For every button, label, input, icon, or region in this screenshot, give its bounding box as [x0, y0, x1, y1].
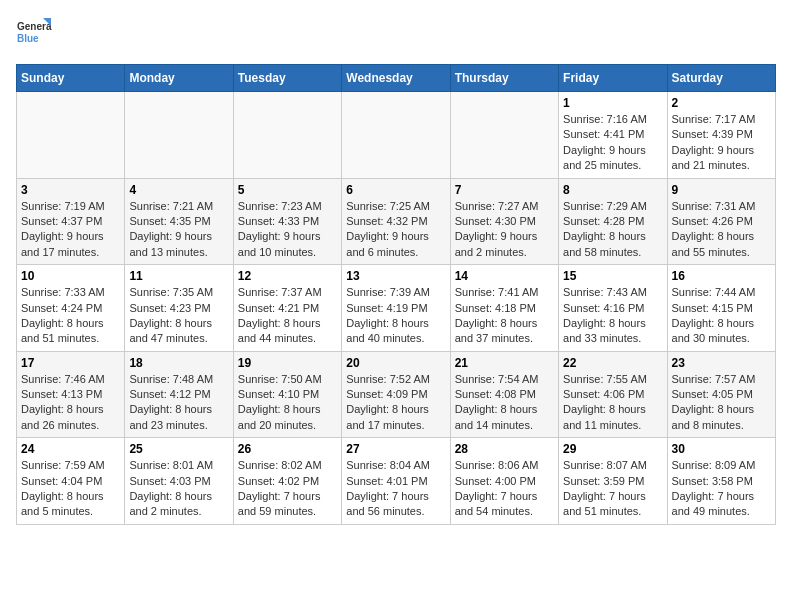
calendar-day-cell: 1Sunrise: 7:16 AM Sunset: 4:41 PM Daylig… — [559, 92, 667, 179]
calendar-day-cell: 26Sunrise: 8:02 AM Sunset: 4:02 PM Dayli… — [233, 438, 341, 525]
day-number: 20 — [346, 356, 445, 370]
weekday-header: Saturday — [667, 65, 775, 92]
day-number: 19 — [238, 356, 337, 370]
calendar-day-cell: 19Sunrise: 7:50 AM Sunset: 4:10 PM Dayli… — [233, 351, 341, 438]
day-number: 3 — [21, 183, 120, 197]
day-number: 25 — [129, 442, 228, 456]
day-number: 2 — [672, 96, 771, 110]
calendar-day-cell: 28Sunrise: 8:06 AM Sunset: 4:00 PM Dayli… — [450, 438, 558, 525]
calendar-day-cell: 18Sunrise: 7:48 AM Sunset: 4:12 PM Dayli… — [125, 351, 233, 438]
calendar-day-cell — [17, 92, 125, 179]
calendar-day-cell: 9Sunrise: 7:31 AM Sunset: 4:26 PM Daylig… — [667, 178, 775, 265]
day-number: 27 — [346, 442, 445, 456]
calendar-day-cell: 20Sunrise: 7:52 AM Sunset: 4:09 PM Dayli… — [342, 351, 450, 438]
day-number: 24 — [21, 442, 120, 456]
calendar-week-row: 3Sunrise: 7:19 AM Sunset: 4:37 PM Daylig… — [17, 178, 776, 265]
calendar-day-cell: 24Sunrise: 7:59 AM Sunset: 4:04 PM Dayli… — [17, 438, 125, 525]
calendar-day-cell: 27Sunrise: 8:04 AM Sunset: 4:01 PM Dayli… — [342, 438, 450, 525]
calendar-week-row: 1Sunrise: 7:16 AM Sunset: 4:41 PM Daylig… — [17, 92, 776, 179]
day-info: Sunrise: 8:09 AM Sunset: 3:58 PM Dayligh… — [672, 458, 771, 520]
day-info: Sunrise: 7:52 AM Sunset: 4:09 PM Dayligh… — [346, 372, 445, 434]
calendar-day-cell: 6Sunrise: 7:25 AM Sunset: 4:32 PM Daylig… — [342, 178, 450, 265]
day-number: 7 — [455, 183, 554, 197]
weekday-header: Monday — [125, 65, 233, 92]
day-info: Sunrise: 7:46 AM Sunset: 4:13 PM Dayligh… — [21, 372, 120, 434]
day-info: Sunrise: 8:01 AM Sunset: 4:03 PM Dayligh… — [129, 458, 228, 520]
calendar-day-cell: 25Sunrise: 8:01 AM Sunset: 4:03 PM Dayli… — [125, 438, 233, 525]
calendar-day-cell: 7Sunrise: 7:27 AM Sunset: 4:30 PM Daylig… — [450, 178, 558, 265]
day-info: Sunrise: 8:04 AM Sunset: 4:01 PM Dayligh… — [346, 458, 445, 520]
day-info: Sunrise: 7:23 AM Sunset: 4:33 PM Dayligh… — [238, 199, 337, 261]
day-info: Sunrise: 7:35 AM Sunset: 4:23 PM Dayligh… — [129, 285, 228, 347]
calendar-day-cell: 10Sunrise: 7:33 AM Sunset: 4:24 PM Dayli… — [17, 265, 125, 352]
svg-text:General: General — [17, 21, 52, 32]
calendar-day-cell: 29Sunrise: 8:07 AM Sunset: 3:59 PM Dayli… — [559, 438, 667, 525]
day-number: 29 — [563, 442, 662, 456]
svg-text:Blue: Blue — [17, 33, 39, 44]
calendar-day-cell: 16Sunrise: 7:44 AM Sunset: 4:15 PM Dayli… — [667, 265, 775, 352]
day-info: Sunrise: 7:29 AM Sunset: 4:28 PM Dayligh… — [563, 199, 662, 261]
day-number: 13 — [346, 269, 445, 283]
calendar-body: 1Sunrise: 7:16 AM Sunset: 4:41 PM Daylig… — [17, 92, 776, 525]
day-info: Sunrise: 7:37 AM Sunset: 4:21 PM Dayligh… — [238, 285, 337, 347]
day-number: 1 — [563, 96, 662, 110]
day-info: Sunrise: 7:50 AM Sunset: 4:10 PM Dayligh… — [238, 372, 337, 434]
weekday-header-row: SundayMondayTuesdayWednesdayThursdayFrid… — [17, 65, 776, 92]
day-info: Sunrise: 7:27 AM Sunset: 4:30 PM Dayligh… — [455, 199, 554, 261]
calendar-day-cell: 11Sunrise: 7:35 AM Sunset: 4:23 PM Dayli… — [125, 265, 233, 352]
day-info: Sunrise: 7:39 AM Sunset: 4:19 PM Dayligh… — [346, 285, 445, 347]
day-number: 9 — [672, 183, 771, 197]
calendar-day-cell: 3Sunrise: 7:19 AM Sunset: 4:37 PM Daylig… — [17, 178, 125, 265]
day-info: Sunrise: 7:48 AM Sunset: 4:12 PM Dayligh… — [129, 372, 228, 434]
day-number: 11 — [129, 269, 228, 283]
day-number: 4 — [129, 183, 228, 197]
day-number: 18 — [129, 356, 228, 370]
logo: General Blue — [16, 16, 52, 52]
day-number: 15 — [563, 269, 662, 283]
day-info: Sunrise: 7:54 AM Sunset: 4:08 PM Dayligh… — [455, 372, 554, 434]
weekday-header: Tuesday — [233, 65, 341, 92]
day-info: Sunrise: 7:17 AM Sunset: 4:39 PM Dayligh… — [672, 112, 771, 174]
calendar-day-cell: 17Sunrise: 7:46 AM Sunset: 4:13 PM Dayli… — [17, 351, 125, 438]
day-info: Sunrise: 8:07 AM Sunset: 3:59 PM Dayligh… — [563, 458, 662, 520]
day-number: 12 — [238, 269, 337, 283]
day-info: Sunrise: 7:19 AM Sunset: 4:37 PM Dayligh… — [21, 199, 120, 261]
weekday-header: Sunday — [17, 65, 125, 92]
calendar-day-cell: 14Sunrise: 7:41 AM Sunset: 4:18 PM Dayli… — [450, 265, 558, 352]
day-number: 23 — [672, 356, 771, 370]
calendar-day-cell: 8Sunrise: 7:29 AM Sunset: 4:28 PM Daylig… — [559, 178, 667, 265]
calendar-day-cell: 15Sunrise: 7:43 AM Sunset: 4:16 PM Dayli… — [559, 265, 667, 352]
day-info: Sunrise: 7:33 AM Sunset: 4:24 PM Dayligh… — [21, 285, 120, 347]
calendar-table: SundayMondayTuesdayWednesdayThursdayFrid… — [16, 64, 776, 525]
day-number: 8 — [563, 183, 662, 197]
day-info: Sunrise: 7:41 AM Sunset: 4:18 PM Dayligh… — [455, 285, 554, 347]
calendar-day-cell — [233, 92, 341, 179]
calendar-day-cell: 30Sunrise: 8:09 AM Sunset: 3:58 PM Dayli… — [667, 438, 775, 525]
day-number: 10 — [21, 269, 120, 283]
day-info: Sunrise: 7:44 AM Sunset: 4:15 PM Dayligh… — [672, 285, 771, 347]
weekday-header: Thursday — [450, 65, 558, 92]
logo-svg: General Blue — [16, 16, 52, 52]
calendar-day-cell: 5Sunrise: 7:23 AM Sunset: 4:33 PM Daylig… — [233, 178, 341, 265]
calendar-day-cell: 22Sunrise: 7:55 AM Sunset: 4:06 PM Dayli… — [559, 351, 667, 438]
calendar-day-cell — [342, 92, 450, 179]
day-info: Sunrise: 8:02 AM Sunset: 4:02 PM Dayligh… — [238, 458, 337, 520]
calendar-week-row: 17Sunrise: 7:46 AM Sunset: 4:13 PM Dayli… — [17, 351, 776, 438]
calendar-day-cell: 4Sunrise: 7:21 AM Sunset: 4:35 PM Daylig… — [125, 178, 233, 265]
day-number: 16 — [672, 269, 771, 283]
day-info: Sunrise: 7:21 AM Sunset: 4:35 PM Dayligh… — [129, 199, 228, 261]
day-info: Sunrise: 7:57 AM Sunset: 4:05 PM Dayligh… — [672, 372, 771, 434]
calendar-day-cell: 2Sunrise: 7:17 AM Sunset: 4:39 PM Daylig… — [667, 92, 775, 179]
day-info: Sunrise: 7:31 AM Sunset: 4:26 PM Dayligh… — [672, 199, 771, 261]
calendar-day-cell: 13Sunrise: 7:39 AM Sunset: 4:19 PM Dayli… — [342, 265, 450, 352]
calendar-week-row: 24Sunrise: 7:59 AM Sunset: 4:04 PM Dayli… — [17, 438, 776, 525]
day-number: 6 — [346, 183, 445, 197]
calendar-day-cell: 23Sunrise: 7:57 AM Sunset: 4:05 PM Dayli… — [667, 351, 775, 438]
calendar-day-cell — [450, 92, 558, 179]
day-number: 21 — [455, 356, 554, 370]
day-info: Sunrise: 8:06 AM Sunset: 4:00 PM Dayligh… — [455, 458, 554, 520]
calendar-day-cell — [125, 92, 233, 179]
day-number: 22 — [563, 356, 662, 370]
weekday-header: Wednesday — [342, 65, 450, 92]
calendar-week-row: 10Sunrise: 7:33 AM Sunset: 4:24 PM Dayli… — [17, 265, 776, 352]
